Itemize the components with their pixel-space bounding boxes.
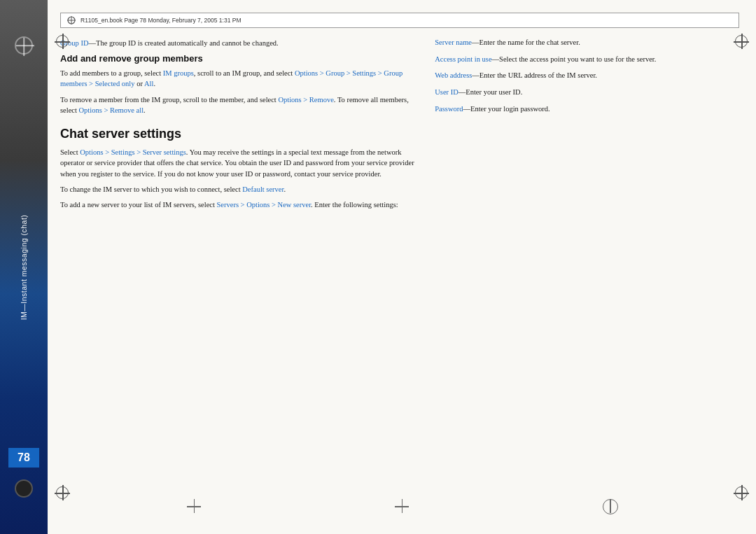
web-address-dash: — (472, 71, 479, 79)
section2-title: Chat server settings (60, 127, 415, 141)
all-link: All (144, 80, 153, 87)
sidebar-label: IM—Instant messaging (chat) (20, 214, 28, 320)
sidebar-reg-mark-top (15, 36, 33, 55)
section1-title: Add and remove group members (60, 53, 415, 64)
right-column: Server name—Enter the name for the chat … (435, 38, 739, 215)
options-remove-link: Options > Remove (278, 96, 333, 104)
bottom-reg-cross-center (395, 499, 409, 513)
server-name-label: Server name (435, 38, 472, 46)
header-bar: R1105_en.book Page 78 Monday, February 7… (60, 13, 739, 28)
page: IM—Instant messaging (chat) 78 R1105_en.… (0, 0, 756, 534)
section1-para1-suffix: or (135, 80, 144, 87)
group-id-desc: —The group ID is created automatically a… (89, 39, 279, 47)
corner-reg-tr (734, 34, 749, 49)
server-name-dash: — (472, 38, 479, 46)
password-label: Password (435, 105, 463, 113)
section2-para1: Select Options > Settings > Server setti… (60, 147, 415, 179)
corner-reg-tl (55, 34, 70, 49)
corner-reg-br (734, 485, 749, 500)
bottom-reg-circle (603, 499, 617, 513)
entry-access-point: Access point in use—Select the access po… (435, 55, 739, 65)
section1-para1-mid: , scroll to an IM group, and select (194, 69, 295, 77)
access-point-text: Select the access point you want to use … (499, 55, 656, 63)
section1-para1-end: . (153, 80, 155, 87)
section1-para2-end: . (144, 106, 146, 114)
access-point-label: Access point in use (435, 55, 491, 63)
web-address-label: Web address (435, 71, 472, 79)
entry-web-address: Web address—Enter the URL address of the… (435, 71, 739, 81)
corner-reg-bl (55, 485, 70, 500)
default-server-link: Default server (242, 185, 284, 193)
section2-para3: To add a new server to your list of IM s… (60, 199, 415, 210)
section2-para2-prefix: To change the IM server to which you wis… (60, 185, 242, 193)
options-settings-server-link: Options > Settings > Server settings (80, 148, 186, 156)
im-groups-link: IM groups (163, 69, 194, 77)
entry-password: Password—Enter your login password. (435, 104, 739, 115)
section1-para2-prefix: To remove a member from the IM group, sc… (60, 96, 278, 104)
user-id-dash: — (458, 88, 466, 96)
password-dash: — (463, 105, 471, 113)
section1-para1-prefix: To add members to a group, select (60, 69, 163, 77)
sidebar: IM—Instant messaging (chat) 78 (0, 0, 48, 534)
section2-para3-prefix: To add a new server to your list of IM s… (60, 201, 217, 209)
web-address-text: Enter the URL address of the IM server. (479, 71, 597, 79)
servers-options-new-link: Servers > Options > New server (217, 201, 312, 209)
bottom-reg-marks (48, 499, 756, 513)
section2-para2-end: . (284, 185, 286, 193)
group-id-para: Group ID—The group ID is created automat… (60, 38, 415, 48)
page-number: 78 (8, 448, 39, 468)
entry-server-name: Server name—Enter the name for the chat … (435, 38, 739, 48)
header-text: R1105_en.book Page 78 Monday, February 7… (80, 17, 241, 24)
sidebar-reg-mark-bottom (15, 479, 33, 498)
header-reg-icon (66, 15, 76, 25)
user-id-text: Enter your user ID. (465, 88, 522, 96)
bottom-reg-cross-left (187, 499, 201, 513)
section2-para2: To change the IM server to which you wis… (60, 184, 415, 195)
section1-para1: To add members to a group, select IM gro… (60, 68, 415, 89)
left-column: Group ID—The group ID is created automat… (60, 38, 415, 215)
entry-user-id: User ID—Enter your user ID. (435, 87, 739, 98)
server-name-text: Enter the name for the chat server. (479, 38, 580, 46)
section1-para2: To remove a member from the IM group, sc… (60, 94, 415, 115)
section2-intro-prefix: Select (60, 148, 80, 156)
two-column-layout: Group ID—The group ID is created automat… (60, 38, 739, 215)
user-id-label: User ID (435, 88, 458, 96)
access-point-dash: — (492, 55, 500, 63)
options-remove-all-link: Options > Remove all (79, 106, 144, 114)
password-text: Enter your login password. (470, 105, 550, 113)
section2-para3-mid: . Enter the following settings: (311, 201, 398, 209)
main-content: R1105_en.book Page 78 Monday, February 7… (48, 0, 756, 534)
